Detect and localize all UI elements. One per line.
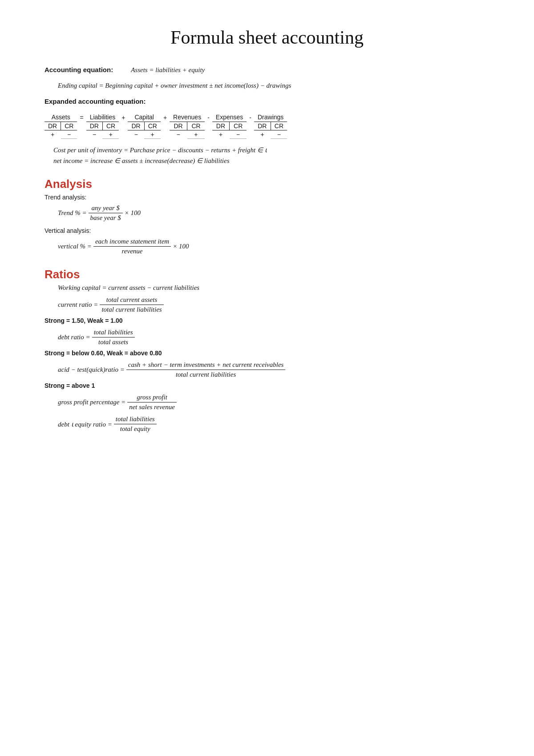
vertical-formula: vertical % = each income statement item …: [58, 238, 490, 255]
col-capital: Capital: [128, 114, 160, 122]
vertical-prefix: vertical % =: [58, 243, 92, 250]
gross-profit-fraction: gross profit net sales revenue: [127, 394, 177, 411]
expanded-label: Expanded accounting equation:: [44, 98, 146, 105]
cost-per-unit: Cost per unit of inventory = Purchase pr…: [53, 146, 490, 154]
debt-equity-num: total liabilities: [114, 415, 157, 424]
col-expenses: Expenses: [212, 114, 247, 122]
vertical-suffix: × 100: [173, 243, 189, 250]
trend-numerator: any year $: [89, 204, 123, 213]
trend-prefix: Trend % =: [58, 209, 87, 217]
acid-num: cash + short − term investments + net cu…: [126, 361, 286, 370]
analysis-heading: Analysis: [44, 177, 490, 191]
current-ratio-prefix: current ratio =: [58, 301, 98, 309]
gross-profit-num: gross profit: [127, 394, 177, 402]
acid-strength: Strong = above 1: [44, 382, 490, 389]
analysis-section: Analysis Trend analysis: Trend % = any y…: [44, 177, 490, 255]
net-income: net income = increase ∈ assets ± increas…: [53, 157, 490, 165]
trend-denominator: base year $: [89, 213, 123, 222]
ratios-section: Ratios Working capital = current assets …: [44, 268, 490, 433]
acid-prefix: acid − test(quick)ratio =: [58, 366, 125, 374]
working-capital: Working capital = current assets − curre…: [58, 284, 490, 292]
current-ratio-formula: current ratio = total current assets tot…: [58, 296, 490, 313]
acid-fraction: cash + short − term investments + net cu…: [126, 361, 286, 378]
trend-fraction: any year $ base year $: [89, 204, 123, 222]
ratios-heading: Ratios: [44, 268, 490, 281]
current-strength: Strong = 1.50, Weak = 1.00: [44, 317, 490, 324]
debt-equity-prefix: debt ɩ equity ratio =: [58, 420, 112, 428]
trend-suffix: × 100: [125, 209, 141, 217]
current-ratio-den: total current liabilities: [100, 305, 163, 313]
vertical-fraction: each income statement item revenue: [93, 238, 171, 255]
expanded-label-section: Expanded accounting equation:: [44, 98, 490, 106]
gross-profit-den: net sales revenue: [127, 402, 177, 411]
accounting-equation-formula: Assets = liabilities + equity: [131, 66, 205, 73]
debt-equity-fraction: total liabilities total equity: [114, 415, 157, 433]
trend-label: Trend analysis:: [44, 194, 490, 201]
debt-ratio-prefix: debt ratio =: [58, 333, 90, 341]
acid-den: total current liabilities: [126, 370, 286, 378]
debt-ratio-formula: debt ratio = total liabilities total ass…: [58, 329, 490, 346]
trend-formula: Trend % = any year $ base year $ × 100: [58, 204, 490, 222]
expanded-table: Assets = Liabilities + Capital + Revenue…: [44, 114, 490, 139]
debt-equity-den: total equity: [114, 424, 157, 433]
col-liabilities: Liabilities: [86, 114, 119, 122]
debt-ratio-num: total liabilities: [92, 329, 135, 337]
col-drawings: Drawings: [254, 114, 287, 122]
vertical-numerator: each income statement item: [93, 238, 171, 247]
col-revenues: Revenues: [170, 114, 205, 122]
debt-ratio-den: total assets: [92, 337, 135, 346]
col-assets: Assets: [44, 114, 77, 122]
debt-ratio-fraction: total liabilities total assets: [92, 329, 135, 346]
vertical-denominator: revenue: [93, 247, 171, 255]
vertical-label: Vertical analysis:: [44, 227, 490, 234]
current-ratio-fraction: total current assets total current liabi…: [100, 296, 163, 313]
ending-capital-formula: Ending capital = Beginning capital + own…: [58, 82, 490, 89]
debt-strength: Strong = below 0.60, Weak = above 0.80: [44, 350, 490, 357]
acid-ratio-formula: acid − test(quick)ratio = cash + short −…: [58, 361, 490, 378]
current-ratio-num: total current assets: [100, 296, 163, 305]
accounting-equation-section: Accounting equation: Assets = liabilitie…: [44, 66, 490, 74]
debt-equity-formula: debt ɩ equity ratio = total liabilities …: [58, 415, 490, 433]
gross-profit-formula: gross profit percentage = gross profit n…: [58, 394, 490, 411]
page-title: Formula sheet accounting: [44, 27, 490, 48]
gross-profit-prefix: gross profit percentage =: [58, 398, 125, 406]
accounting-equation-label: Accounting equation:: [44, 66, 113, 73]
